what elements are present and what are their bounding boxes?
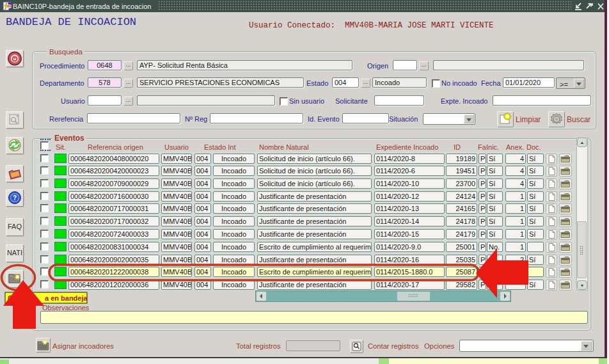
svg-text:a en bandeja: a en bandeja — [45, 294, 88, 302]
